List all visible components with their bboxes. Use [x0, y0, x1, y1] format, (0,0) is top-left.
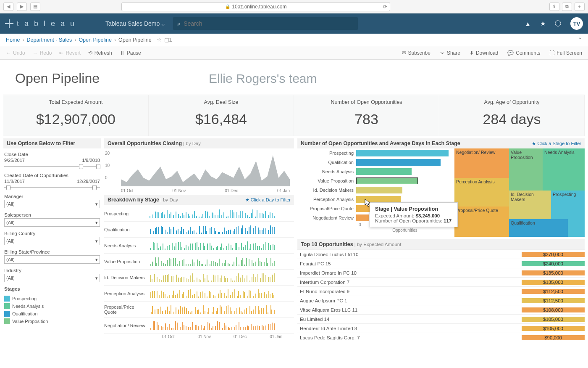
kpi-card[interactable]: Avg. Deal Size$16,484: [149, 95, 294, 136]
close-date-slider[interactable]: [4, 164, 100, 169]
chevron-down-icon: ▾: [95, 257, 98, 262]
treemap-cell[interactable]: Negotiation/ Review: [454, 148, 509, 178]
created-date-slider[interactable]: [4, 185, 100, 191]
stage-bar[interactable]: Negotiation/ Review: [297, 213, 451, 222]
legend-item[interactable]: Value Proposition: [4, 318, 52, 324]
treemap-cell[interactable]: Qualification: [509, 219, 568, 237]
pause-button[interactable]: ⏸ Pause: [120, 50, 141, 56]
stage-row[interactable]: Perception Analysis: [104, 286, 294, 302]
stages-label: Stages: [4, 286, 100, 291]
browser-share-button[interactable]: ⇪: [549, 3, 559, 11]
created-date-label: Created Date of Opportunities: [4, 173, 100, 178]
kpi-card[interactable]: Avg. Age of Opportunity284 days: [439, 95, 585, 136]
search-input[interactable]: [184, 20, 354, 27]
stage-treemap[interactable]: Negotiation/ ReviewPerception AnalysisPr…: [454, 148, 585, 237]
browser-back-button[interactable]: ◀: [3, 3, 13, 11]
star-icon: ★: [245, 197, 249, 203]
stage-bars-heading: Number of Open Opportunities and Average…: [297, 138, 585, 148]
treemap-cell[interactable]: [568, 219, 585, 237]
stage-row[interactable]: Negotiation/ Review: [104, 318, 294, 334]
favorite-star-icon[interactable]: ☆: [157, 37, 162, 43]
refresh-button[interactable]: ⟲ Refresh: [88, 50, 112, 56]
legend-item[interactable]: Qualification: [4, 311, 52, 317]
stage-row[interactable]: Proposal/Price Quote: [104, 302, 294, 318]
overall-closing-chart[interactable]: 20100 01 Oct01 Nov01 Dec01 Jan: [104, 148, 294, 195]
download-button[interactable]: ⬇ Download: [470, 50, 498, 56]
collapse-icon[interactable]: ⌃: [578, 37, 582, 43]
treemap-cell[interactable]: Perception Analysis: [454, 178, 509, 207]
comments-button[interactable]: 💬 Comments: [507, 50, 540, 56]
kpi-card[interactable]: Total Expected Amount$12,907,000: [3, 95, 149, 136]
stage-bar[interactable]: Perception Analysis: [297, 195, 451, 204]
browser-sidebar-button[interactable]: ▤: [30, 3, 40, 11]
opportunity-row[interactable]: Imperdiet Ornare In PC 10$135,000: [297, 268, 585, 277]
undo-button[interactable]: ← Undo: [6, 50, 25, 56]
opportunity-row[interactable]: Hendrerit Id Ante Limited 8$105,000: [297, 323, 585, 333]
color-swatch: [4, 303, 10, 309]
browser-newtab-button[interactable]: ＋: [575, 3, 585, 11]
filter-dropdown[interactable]: (All)▾: [4, 237, 100, 245]
breakdown-helper[interactable]: ★Click a Day to Filter: [245, 197, 291, 203]
stage-row[interactable]: Needs Analysis: [104, 238, 294, 254]
stage-row[interactable]: Qualification: [104, 222, 294, 238]
stage-bar[interactable]: Proposal/Price Quote: [297, 204, 451, 213]
stage-bar[interactable]: Prospecting: [297, 148, 451, 158]
stage-bars-helper[interactable]: ★Click a Stage to Filter: [532, 141, 581, 146]
alerts-icon[interactable]: ▲: [525, 20, 531, 27]
filter-dropdown[interactable]: (All)▾: [4, 255, 100, 264]
filter-dropdown[interactable]: (All)▾: [4, 200, 100, 208]
opportunity-row[interactable]: Lacus Pede Sagittis Corp. 7$90,000: [297, 333, 585, 342]
treemap-cell[interactable]: Needs Analysis: [543, 148, 585, 191]
fullscreen-button[interactable]: ⛶ Full Screen: [549, 50, 582, 56]
logo-icon: [5, 19, 13, 28]
legend-item[interactable]: Needs Analysis: [4, 303, 52, 309]
legend-item[interactable]: Prospecting: [4, 296, 52, 302]
top10-heading: Top 10 Opportunities| by Expected Amount: [297, 239, 585, 249]
crumb-dept[interactable]: Department - Sales: [27, 37, 72, 43]
browser-tabs-button[interactable]: ⧉: [562, 3, 572, 11]
views-icon[interactable]: ▢1: [164, 37, 172, 43]
opportunity-row[interactable]: Interdum Corporation 7$135,000: [297, 277, 585, 286]
treemap-cell[interactable]: Value Proposition: [509, 148, 543, 191]
stage-bar[interactable]: Needs Analysis: [297, 167, 451, 176]
stage-bar[interactable]: Value Proposition: [297, 176, 451, 185]
site-dropdown[interactable]: Tableau Sales Demo ⌵: [105, 20, 165, 27]
avatar[interactable]: TV: [570, 17, 583, 30]
page-title: Open Pipeline: [15, 71, 100, 86]
stage-row[interactable]: Prospecting: [104, 206, 294, 222]
filter-dropdown[interactable]: (All)▾: [4, 218, 100, 227]
stage-row[interactable]: Id. Decision Makers: [104, 270, 294, 286]
stage-bar-chart[interactable]: ProspectingQualificationNeeds AnalysisVa…: [297, 148, 451, 237]
kpi-card[interactable]: Number of Open Opportunities783: [294, 95, 439, 136]
treemap-cell[interactable]: Prospecting: [551, 191, 585, 219]
revert-button[interactable]: ⇤ Revert: [59, 50, 80, 56]
reload-icon[interactable]: ⟳: [383, 4, 387, 10]
crumb-workbook[interactable]: Open Pipeline: [79, 37, 112, 43]
crumb-home[interactable]: Home: [6, 37, 20, 43]
opportunity-row[interactable]: Ligula Donec Luctus Ltd 10$270,000: [297, 249, 585, 259]
stage-bar[interactable]: Id. Decision Makers: [297, 185, 451, 195]
stage-row[interactable]: Value Proposition: [104, 254, 294, 270]
opportunity-row[interactable]: Eu Limited 14$105,000: [297, 314, 585, 323]
address-bar[interactable]: 🔒 10az.online.tableau.com ⟳: [121, 2, 390, 11]
favorites-icon[interactable]: ★: [540, 20, 546, 27]
tableau-logo[interactable]: t a b l e a u: [5, 19, 76, 28]
browser-forward-button[interactable]: ▶: [17, 3, 27, 11]
share-button[interactable]: ⫘ Share: [440, 50, 460, 56]
stage-bar[interactable]: Qualification: [297, 158, 451, 167]
opportunity-row[interactable]: Et Nunc Incorporated 9$112,500: [297, 286, 585, 296]
redo-button[interactable]: → Redo: [33, 50, 52, 56]
filter-dropdown[interactable]: (All)▾: [4, 274, 100, 282]
subscribe-button[interactable]: ✉ Subscribe: [402, 50, 430, 56]
chevron-down-icon: ⌵: [161, 20, 165, 27]
treemap-cell[interactable]: Proposal/Price Quote: [454, 207, 509, 237]
breakdown-chart[interactable]: ProspectingQualificationNeeds AnalysisVa…: [104, 205, 294, 334]
info-icon[interactable]: ⓘ: [555, 20, 561, 28]
opportunity-row[interactable]: Vitae Aliquam Eros LLC 11$108,000: [297, 305, 585, 314]
treemap-cell[interactable]: Id. Decision Makers: [509, 191, 551, 219]
opportunity-row[interactable]: Feugiat PC 15$240,000: [297, 259, 585, 268]
opportunity-row[interactable]: Augue Ac Ipsum PC 1$112,500: [297, 296, 585, 305]
search-box[interactable]: ⌕: [173, 17, 358, 30]
star-icon: ★: [532, 141, 536, 146]
kpi-row: Total Expected Amount$12,907,000Avg. Dea…: [3, 95, 585, 136]
